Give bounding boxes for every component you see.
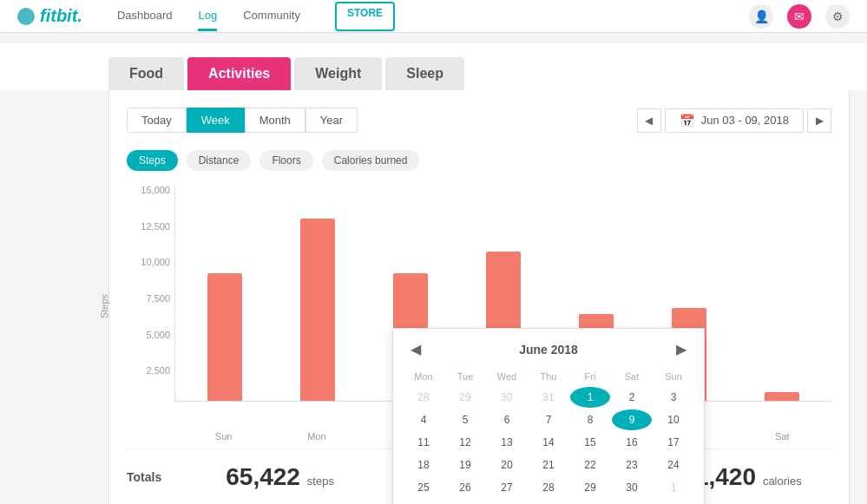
nav-log[interactable]: Log <box>198 2 217 31</box>
next-period-button[interactable]: ▶ <box>807 108 831 133</box>
cal-day-14[interactable]: 14 <box>529 432 568 453</box>
cal-day-18[interactable]: 18 <box>404 455 443 475</box>
x-label-mon: Mon <box>276 431 357 442</box>
content-area: Steps Distance Floors Calories burned St… <box>127 150 831 491</box>
cal-next-button[interactable]: ▶ <box>669 339 693 359</box>
header: fitbit. Dashboard Log Community STORE 👤 … <box>0 0 867 33</box>
tab-activities[interactable]: Activities <box>187 57 291 90</box>
calendar-icon: 📅 <box>680 114 694 128</box>
cal-month-title: June 2018 <box>519 343 578 357</box>
main-nav: Dashboard Log Community STORE <box>117 2 749 31</box>
cal-day-12[interactable]: 12 <box>445 432 485 453</box>
cal-day-10[interactable]: 10 <box>654 409 693 430</box>
nav-dashboard[interactable]: Dashboard <box>117 2 173 31</box>
bar-sun[interactable] <box>207 273 242 402</box>
logo: fitbit. <box>17 6 82 26</box>
cal-day-1[interactable]: 1 <box>570 387 610 408</box>
message-icon[interactable]: ✉ <box>787 4 811 29</box>
metric-tabs: Steps Distance Floors Calories burned <box>127 150 831 171</box>
cal-day-16[interactable]: 16 <box>612 432 652 453</box>
bar-col-mon <box>277 185 358 401</box>
cal-day-1-other[interactable]: 1 <box>654 477 693 498</box>
cal-day-28[interactable]: 28 <box>529 477 568 498</box>
gear-icon[interactable]: ⚙ <box>825 4 850 29</box>
metric-calories[interactable]: Calories burned <box>322 150 420 171</box>
bar-col-sun <box>184 185 265 401</box>
cal-day-30[interactable]: 30 <box>612 477 652 498</box>
cal-day-15[interactable]: 15 <box>570 432 610 453</box>
prev-period-button[interactable]: ◀ <box>637 108 661 133</box>
logo-text: fitbit. <box>40 6 82 26</box>
cal-day-17[interactable]: 17 <box>654 432 693 453</box>
nav-community[interactable]: Community <box>243 2 300 31</box>
date-range-display[interactable]: 📅 Jun 03 - 09, 2018 <box>665 108 804 133</box>
totals-label: Totals <box>127 470 196 484</box>
cal-day-29[interactable]: 29 <box>570 477 610 498</box>
cal-prev-button[interactable]: ◀ <box>404 339 428 359</box>
cal-header-sun: Sun <box>654 368 693 385</box>
cal-day-26[interactable]: 26 <box>445 477 485 498</box>
cal-day-9[interactable]: 9 <box>612 409 652 430</box>
cal-header-tue: Tue <box>445 368 485 385</box>
bar-sat[interactable] <box>765 392 799 401</box>
cal-day-23[interactable]: 23 <box>612 455 652 475</box>
y-label-15000: 15,000 <box>127 185 170 195</box>
cal-day-27[interactable]: 27 <box>487 477 527 498</box>
cal-header-sat: Sat <box>612 368 652 385</box>
main-content: Today Week Month Year ◀ 📅 Jun 03 - 09, 2… <box>108 90 850 504</box>
cal-day-7[interactable]: 7 <box>529 409 568 430</box>
cal-header-wed: Wed <box>487 368 527 385</box>
y-axis: 15,000 12,500 10,000 7,500 5,000 2,500 <box>127 185 170 402</box>
cal-day-13[interactable]: 13 <box>487 432 527 453</box>
tab-food[interactable]: Food <box>108 57 184 90</box>
cal-header-fri: Fri <box>570 368 610 385</box>
cal-day-31-other[interactable]: 31 <box>529 387 568 408</box>
y-label-7500: 7,500 <box>127 293 170 304</box>
cal-day-8[interactable]: 8 <box>570 409 610 430</box>
period-week[interactable]: Week <box>187 108 245 133</box>
tab-weight[interactable]: Weight <box>294 57 382 90</box>
cal-day-4[interactable]: 4 <box>404 409 443 430</box>
cal-day-24[interactable]: 24 <box>654 455 693 475</box>
cal-day-29-other[interactable]: 29 <box>445 387 485 408</box>
total-steps-unit: steps <box>307 475 334 488</box>
metric-floors[interactable]: Floors <box>259 150 312 171</box>
cal-header-mon: Mon <box>404 368 443 385</box>
cal-day-28-other[interactable]: 28 <box>404 387 443 408</box>
cal-day-5[interactable]: 5 <box>445 409 485 430</box>
period-month[interactable]: Month <box>245 108 305 133</box>
metric-steps[interactable]: Steps <box>127 150 178 171</box>
date-range-text: Jun 03 - 09, 2018 <box>701 114 789 127</box>
cal-day-25[interactable]: 25 <box>404 477 443 498</box>
cal-grid: MonTueWedThuFriSatSun2829303112345678910… <box>404 368 693 498</box>
calendar-header: ◀ June 2018 ▶ <box>404 339 693 359</box>
cal-day-3[interactable]: 3 <box>654 387 693 408</box>
cal-day-20[interactable]: 20 <box>487 455 527 475</box>
nav-store[interactable]: STORE <box>335 2 395 31</box>
tab-sleep[interactable]: Sleep <box>385 57 464 90</box>
y-label-5000: 5,000 <box>127 330 170 340</box>
total-calories-unit: calories <box>763 475 802 488</box>
bar-col-sat <box>742 185 823 401</box>
cal-day-22[interactable]: 22 <box>570 455 610 475</box>
period-year[interactable]: Year <box>305 108 358 133</box>
cal-day-21[interactable]: 21 <box>529 455 568 475</box>
cal-day-2[interactable]: 2 <box>612 387 652 408</box>
page-tabs: Food Activities Weight Sleep <box>0 43 867 90</box>
y-label-10000: 10,000 <box>127 257 170 267</box>
period-tabs-row: Today Week Month Year ◀ 📅 Jun 03 - 09, 2… <box>127 108 831 133</box>
bar-mon[interactable] <box>300 219 335 401</box>
header-icons: 👤 ✉ ⚙ <box>749 4 850 29</box>
cal-day-11[interactable]: 11 <box>404 432 443 453</box>
cal-day-30-other[interactable]: 30 <box>487 387 527 408</box>
period-today[interactable]: Today <box>127 108 187 133</box>
person-icon[interactable]: 👤 <box>749 4 773 29</box>
cal-day-6[interactable]: 6 <box>487 409 527 430</box>
y-axis-label: Steps <box>99 294 109 318</box>
x-label-sat: Sat <box>742 431 823 442</box>
total-steps: 65,422 steps <box>226 463 334 491</box>
cal-day-19[interactable]: 19 <box>445 455 485 475</box>
logo-icon <box>17 8 35 25</box>
y-label-2500: 2,500 <box>127 365 170 376</box>
metric-distance[interactable]: Distance <box>187 150 252 171</box>
